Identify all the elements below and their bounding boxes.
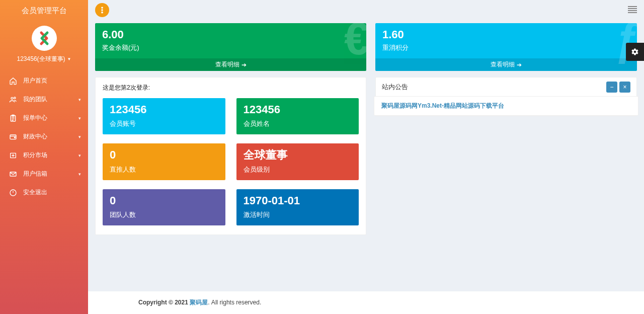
- user-panel: 123456(全球董事) ▼: [0, 22, 88, 71]
- login-info-panel: 这是您第2次登录: 123456会员账号123456会员姓名0直推人数全球董事会…: [95, 77, 366, 235]
- points-value: 1.60: [382, 28, 630, 41]
- footer-link[interactable]: 聚码屋: [190, 299, 208, 306]
- sidebar-item-label: 用户首页: [23, 76, 47, 85]
- info-tile: 123456会员账号: [103, 98, 225, 134]
- bonus-value: 6.00: [102, 28, 359, 41]
- svg-point-0: [11, 97, 13, 99]
- chevron-down-icon: ▾: [78, 116, 81, 121]
- tile-value: 123456: [110, 103, 218, 116]
- tile-label: 会员账号: [110, 119, 218, 128]
- svg-rect-14: [628, 12, 637, 13]
- sidebar-item-clipboard[interactable]: 报单中心▾: [0, 109, 88, 127]
- bonus-detail-link[interactable]: 查看明细 ➔: [95, 58, 366, 71]
- user-dropdown[interactable]: 123456(全球董事) ▼: [17, 55, 71, 63]
- wallet-icon: [9, 133, 18, 141]
- sidebar-item-home[interactable]: 用户首页: [0, 71, 88, 90]
- clipboard-icon: [9, 114, 18, 122]
- tile-value: 全球董事: [244, 148, 352, 162]
- home-icon: [9, 77, 18, 85]
- user-avatar: [32, 26, 57, 51]
- chevron-down-icon: ▾: [78, 153, 81, 158]
- login-count-text: 这是您第2次登录:: [103, 84, 359, 92]
- chevron-down-icon: ▾: [78, 134, 81, 139]
- chevron-down-icon: ▾: [78, 172, 81, 177]
- sidebar-item-coins[interactable]: 积分市场▾: [0, 146, 88, 165]
- list-view-icon[interactable]: [628, 6, 637, 15]
- points-card: 1.60 重消积分 ƒ 查看明细 ➔: [375, 23, 637, 71]
- svg-point-1: [14, 97, 16, 99]
- tile-value: 123456: [244, 103, 352, 116]
- info-tile: 123456会员姓名: [236, 98, 359, 134]
- user-label: 123456(全球董事): [17, 55, 65, 63]
- sidebar: 会员管理平台 123456(全球董事) ▼ 用户首页我的团队▾报单中心▾财政中心…: [0, 0, 88, 314]
- tile-value: 1970-01-01: [244, 194, 352, 207]
- info-tiles: 123456会员账号123456会员姓名0直推人数全球董事会员级别0团队人数19…: [103, 98, 359, 225]
- tile-value: 0: [110, 148, 218, 162]
- coins-icon: [9, 151, 18, 160]
- sidebar-item-label: 财政中心: [23, 132, 47, 141]
- announcement-link[interactable]: 聚码屋源码网Ym3.Net-精品网站源码下载平台: [381, 102, 504, 109]
- sidebar-title: 会员管理平台: [0, 0, 88, 22]
- svg-point-8: [102, 7, 103, 8]
- svg-point-10: [102, 12, 103, 13]
- announcements-title: 站内公告: [382, 83, 408, 92]
- chevron-down-icon: ▾: [78, 97, 81, 102]
- tile-value: 0: [110, 194, 218, 207]
- points-label: 重消积分: [382, 43, 630, 52]
- tile-label: 团队人数: [110, 210, 218, 219]
- users-icon: [9, 96, 18, 104]
- tile-label: 直推人数: [110, 165, 218, 174]
- settings-button[interactable]: [626, 43, 644, 61]
- svg-rect-12: [628, 8, 637, 9]
- tile-label: 会员姓名: [244, 119, 352, 128]
- sidebar-item-users[interactable]: 我的团队▾: [0, 90, 88, 109]
- mail-icon: [9, 170, 18, 178]
- tile-label: 激活时间: [244, 210, 352, 219]
- announcements-panel: 站内公告 − × 聚码屋源码网Ym3.Net-精品网站源码下载平台: [375, 77, 637, 116]
- sidebar-item-mail[interactable]: 用户信箱▾: [0, 165, 88, 183]
- svg-rect-11: [628, 6, 637, 7]
- arrow-right-icon: ➔: [517, 61, 522, 68]
- info-tile: 0团队人数: [103, 189, 225, 225]
- collapse-button[interactable]: −: [606, 82, 617, 93]
- footer: Copyright © 2021 聚码屋. All rights reserve…: [88, 291, 644, 314]
- menu-toggle-button[interactable]: [95, 3, 109, 17]
- info-tile: 1970-01-01激活时间: [236, 189, 359, 225]
- tile-label: 会员级别: [244, 165, 352, 174]
- svg-rect-13: [628, 10, 637, 11]
- svg-point-4: [14, 137, 15, 138]
- sidebar-item-power[interactable]: 安全退出: [0, 183, 88, 202]
- close-button[interactable]: ×: [619, 82, 630, 93]
- sidebar-item-label: 我的团队: [23, 95, 47, 104]
- power-icon: [9, 189, 18, 197]
- bonus-label: 奖金余额(元): [102, 43, 359, 52]
- topbar: [88, 0, 644, 20]
- sidebar-item-wallet[interactable]: 财政中心▾: [0, 127, 88, 146]
- info-tile: 0直推人数: [103, 143, 225, 180]
- sidebar-item-label: 安全退出: [23, 188, 47, 197]
- sidebar-item-label: 积分市场: [23, 151, 47, 160]
- points-detail-link[interactable]: 查看明细 ➔: [375, 58, 637, 71]
- svg-point-9: [102, 10, 103, 11]
- chevron-down-icon: ▼: [67, 57, 71, 61]
- bonus-balance-card: 6.00 奖金余额(元) € 查看明细 ➔: [95, 23, 366, 71]
- sidebar-nav: 用户首页我的团队▾报单中心▾财政中心▾积分市场▾用户信箱▾安全退出: [0, 71, 88, 202]
- sidebar-item-label: 报单中心: [23, 114, 47, 122]
- arrow-right-icon: ➔: [242, 61, 247, 68]
- info-tile: 全球董事会员级别: [236, 143, 359, 180]
- sidebar-item-label: 用户信箱: [23, 170, 47, 178]
